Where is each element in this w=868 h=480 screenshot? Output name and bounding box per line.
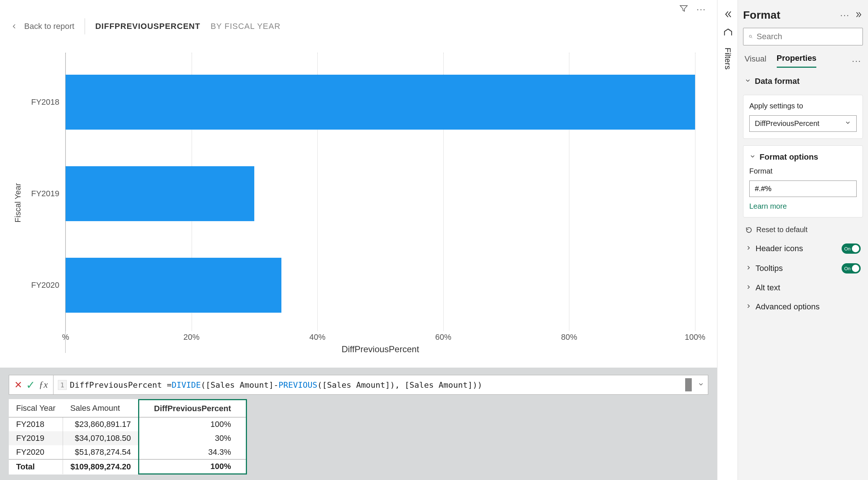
svg-point-0 (749, 35, 751, 37)
breadcrumb: Back to report DIFFPREVIOUSPERCENT BY FI… (0, 0, 717, 45)
table-row[interactable]: FY2019 $34,070,108.50 30% (9, 431, 246, 445)
format-title: Format (743, 9, 780, 21)
filters-pane-icon[interactable] (723, 27, 732, 38)
format-string-input[interactable] (749, 181, 857, 197)
y-axis-labels: FY2018 FY2019 FY2020 (25, 53, 65, 353)
tabs-more-icon[interactable]: ··· (852, 56, 861, 66)
search-input[interactable] (743, 28, 863, 45)
section-tooltips[interactable]: Tooltips On (743, 262, 863, 275)
table-row[interactable]: FY2018 $23,860,891.17 100% (9, 417, 246, 432)
collapse-icon[interactable] (723, 10, 732, 20)
section-data-format[interactable]: Data format (743, 74, 863, 88)
back-to-report-link[interactable]: Back to report (11, 22, 74, 31)
section-advanced-options[interactable]: Advanced options (743, 301, 863, 313)
separator (85, 18, 85, 34)
expand-formula-icon[interactable] (698, 380, 704, 390)
format-label: Format (749, 167, 857, 175)
expand-panel-icon[interactable] (855, 11, 863, 20)
fx-icon: ƒx (39, 379, 48, 390)
filter-icon[interactable] (679, 4, 688, 14)
tab-properties[interactable]: Properties (777, 53, 817, 68)
format-options-card: Format options Format Learn more (743, 145, 863, 217)
col-diffpreviouspercent[interactable]: DiffPreviousPercent (139, 400, 246, 417)
tab-visual[interactable]: Visual (745, 54, 767, 67)
section-alt-text[interactable]: Alt text (743, 282, 863, 294)
y-axis-title: Fiscal Year (11, 183, 25, 223)
filters-label: Filters (723, 48, 732, 70)
search-field[interactable] (757, 32, 857, 41)
reset-to-default[interactable]: Reset to default (743, 224, 863, 235)
breadcrumb-context: BY FISCAL YEAR (211, 22, 281, 31)
col-fiscal-year[interactable]: Fiscal Year (9, 400, 63, 417)
apply-settings-label: Apply settings to (749, 102, 857, 110)
more-icon[interactable]: ··· (697, 4, 706, 14)
back-label: Back to report (24, 22, 74, 31)
bar-chart[interactable]: Fiscal Year FY2018 FY2019 FY2020 (11, 53, 695, 353)
intellisense-marker (685, 378, 692, 391)
bar-fy2020[interactable] (66, 258, 281, 313)
section-format-options[interactable]: Format options (749, 152, 857, 162)
format-panel: Format ··· Visual Properties ··· Data fo… (738, 0, 868, 480)
filters-pane-collapsed[interactable]: Filters (717, 0, 738, 480)
data-table[interactable]: Fiscal Year Sales Amount DiffPreviousPer… (9, 399, 247, 475)
bar-fy2019[interactable] (66, 166, 254, 221)
bar-fy2018[interactable] (66, 75, 695, 130)
panel-more-icon[interactable]: ··· (840, 10, 850, 20)
formula-bar[interactable]: ✕ ✓ ƒx 1 DiffPreviousPercent = DIVIDE ([… (9, 375, 708, 395)
x-axis-labels: % 20% 40% 60% 80% 100% (66, 332, 695, 342)
apply-settings-card: Apply settings to DiffPreviousPercent (743, 95, 863, 139)
toggle-header-icons[interactable]: On (842, 243, 861, 254)
apply-settings-select[interactable]: DiffPreviousPercent (749, 115, 857, 132)
table-row[interactable]: FY2020 $51,878,274.54 34.3% (9, 445, 246, 459)
cancel-formula-icon[interactable]: ✕ (14, 379, 22, 391)
formula-input[interactable]: 1 DiffPreviousPercent = DIVIDE ([Sales A… (53, 375, 708, 395)
section-header-icons[interactable]: Header icons On (743, 242, 863, 255)
x-axis-title: DiffPreviousPercent (341, 344, 419, 354)
table-total-row[interactable]: Total $109,809,274.20 100% (9, 459, 246, 474)
learn-more-link[interactable]: Learn more (749, 202, 857, 211)
col-sales-amount[interactable]: Sales Amount (63, 400, 139, 417)
breadcrumb-measure: DIFFPREVIOUSPERCENT (95, 22, 200, 31)
toggle-tooltips[interactable]: On (842, 263, 861, 274)
commit-formula-icon[interactable]: ✓ (26, 379, 35, 391)
